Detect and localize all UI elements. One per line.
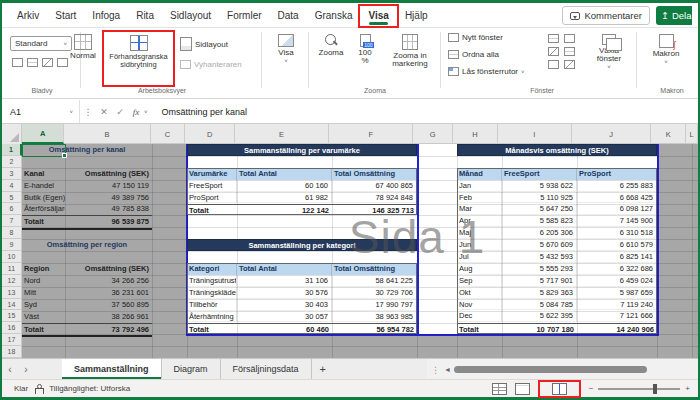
cell[interactable]: Återförsäljare: [22, 203, 65, 215]
zoom-in-icon[interactable]: +: [685, 384, 690, 393]
menu-rita[interactable]: Rita: [133, 8, 157, 23]
cell[interactable]: 37 560 895: [65, 299, 152, 311]
comments-button[interactable]: Kommentarer: [562, 6, 650, 25]
cell[interactable]: Dec: [457, 310, 502, 322]
column-header-G[interactable]: G: [413, 124, 453, 144]
column-header-A[interactable]: A: [22, 124, 65, 144]
cell[interactable]: Totalt: [187, 324, 237, 336]
row-header-3[interactable]: 3: [2, 168, 22, 180]
cell[interactable]: Månad: [457, 168, 502, 180]
cell[interactable]: Sep: [457, 275, 502, 287]
cell[interactable]: 7 119 240: [577, 299, 657, 311]
enter-icon[interactable]: ✓: [112, 107, 128, 117]
cell[interactable]: ProSport: [187, 192, 237, 204]
name-box[interactable]: A1 ˅: [2, 100, 80, 123]
cell[interactable]: 14 240 906: [577, 324, 657, 336]
menu-infoga[interactable]: Infoga: [89, 8, 123, 23]
row-header-11[interactable]: 11: [2, 263, 22, 275]
cell[interactable]: Feb: [457, 192, 502, 204]
cell[interactable]: 60 460: [237, 324, 332, 336]
page-break-preview-button[interactable]: Förhandsgranska sidbrytning: [102, 30, 175, 87]
tab-forsaljningsdata[interactable]: Försäljningsdata: [221, 359, 312, 379]
row-header-13[interactable]: 13: [2, 287, 22, 299]
macros-button[interactable]: ʃ Makron ˅: [646, 34, 686, 64]
cell[interactable]: 31 106: [237, 275, 332, 287]
cell[interactable]: Okt: [457, 287, 502, 299]
cell[interactable]: Kanal: [22, 168, 65, 180]
cell[interactable]: Kategori: [187, 263, 237, 275]
zoom-out-icon[interactable]: −: [589, 384, 594, 393]
zoom-to-selection-button[interactable]: Zooma in markering: [384, 34, 436, 68]
cell[interactable]: 58 641 225: [332, 275, 417, 287]
split-icon[interactable]: [548, 34, 559, 43]
cell[interactable]: 6 459 024: [577, 275, 657, 287]
zoom-100-button[interactable]: 100 100 %: [352, 34, 378, 65]
brand-table-title[interactable]: Sammanställning per varumärke: [187, 144, 417, 156]
cell[interactable]: 6 322 686: [577, 263, 657, 275]
cell[interactable]: Varumärke: [187, 168, 237, 180]
new-view-icon[interactable]: [42, 58, 53, 67]
hide-icon[interactable]: [548, 47, 559, 56]
column-header-I[interactable]: I: [498, 124, 572, 144]
previous-sheet-icon[interactable]: ‹: [2, 359, 18, 379]
cell[interactable]: Omsättning (SEK): [65, 263, 152, 275]
cell[interactable]: Träningskläder: [187, 287, 237, 299]
sheet-view-dropdown[interactable]: Standard ˅: [10, 36, 72, 51]
synchronous-scrolling-icon[interactable]: [564, 47, 575, 56]
cell[interactable]: 5 622 395: [502, 310, 577, 322]
unhide-icon[interactable]: [548, 60, 559, 69]
page-break-preview-shortcut-icon[interactable]: [552, 383, 567, 395]
cell[interactable]: Region: [22, 263, 65, 275]
menu-formler[interactable]: Formler: [224, 8, 264, 23]
cell[interactable]: 47 150 119: [65, 180, 152, 192]
cell[interactable]: 6 825 141: [577, 251, 657, 263]
cell[interactable]: Totalt: [22, 324, 65, 336]
cell[interactable]: 5 717 901: [502, 275, 577, 287]
view-manager-button[interactable]: Vyhanteraren: [180, 60, 242, 69]
view-side-by-side-icon[interactable]: [564, 34, 575, 43]
cell[interactable]: 38 963 985: [332, 311, 417, 323]
column-header-F[interactable]: F: [329, 124, 413, 144]
cell[interactable]: 60 160: [237, 180, 332, 192]
cell[interactable]: 5 829 363: [502, 287, 577, 299]
cell[interactable]: 10 707 180: [502, 324, 577, 336]
cell[interactable]: Total Omsättning: [332, 263, 417, 275]
cell[interactable]: 17 990 797: [332, 299, 417, 311]
cell[interactable]: 30 729 706: [332, 287, 417, 299]
cell[interactable]: 34 266 256: [65, 275, 152, 287]
menu-visa[interactable]: Visa: [365, 8, 391, 23]
scrollbar-thumb[interactable]: [454, 366, 647, 373]
column-header-B[interactable]: B: [64, 124, 150, 144]
row-header-6[interactable]: 6: [2, 203, 22, 215]
next-sheet-icon[interactable]: ›: [18, 359, 34, 379]
cell[interactable]: Totalt: [457, 324, 502, 336]
cell[interactable]: Tillbehör: [187, 299, 237, 311]
keep-view-icon[interactable]: [12, 58, 23, 67]
row-header-16[interactable]: 16: [2, 322, 22, 334]
row-header-1[interactable]: 1: [2, 144, 22, 156]
row-header-18[interactable]: 18: [2, 346, 22, 358]
tab-splitter-icon[interactable]: ⋮: [431, 365, 440, 375]
cell[interactable]: Nov: [457, 299, 502, 311]
cell[interactable]: Total Omsättning: [332, 168, 417, 180]
column-header-C[interactable]: C: [151, 124, 186, 144]
cell[interactable]: 6 668 425: [577, 192, 657, 204]
menu-data[interactable]: Data: [275, 8, 302, 23]
column-header-K[interactable]: K: [651, 124, 686, 144]
menu-arkiv[interactable]: Arkiv: [14, 8, 42, 23]
select-all-corner[interactable]: [2, 124, 22, 144]
cell[interactable]: 5 670 609: [502, 239, 577, 251]
row-header-8[interactable]: 8: [2, 227, 22, 239]
row-header-14[interactable]: 14: [2, 299, 22, 311]
add-sheet-button[interactable]: +: [312, 359, 334, 379]
cell[interactable]: 30 057: [237, 311, 332, 323]
scroll-left-icon[interactable]: ◄: [444, 366, 451, 373]
cell[interactable]: 49 389 756: [65, 192, 152, 204]
cell[interactable]: 6 610 579: [577, 239, 657, 251]
cell[interactable]: 49 785 838: [65, 203, 152, 215]
cell[interactable]: 73 792 496: [65, 324, 152, 336]
freeze-panes-button[interactable]: Lås fönsterrutor ˅: [448, 67, 525, 76]
cell[interactable]: 5 084 785: [502, 299, 577, 311]
cell[interactable]: Aug: [457, 263, 502, 275]
cell[interactable]: 61 982: [237, 192, 332, 204]
